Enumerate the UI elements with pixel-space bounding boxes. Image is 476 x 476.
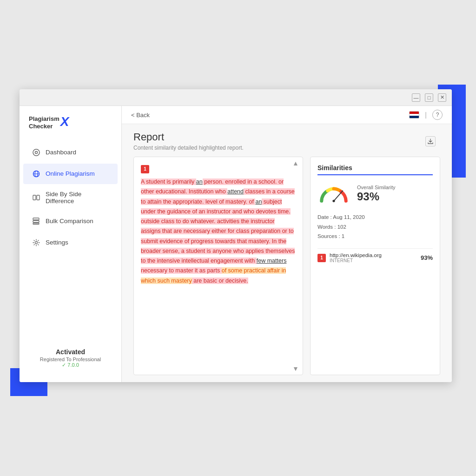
svg-rect-7 [33, 218, 39, 220]
highlight-4: subject under the guidance of an instruc… [141, 198, 295, 264]
highlight-1: A student is primarily [141, 178, 196, 185]
title-bar: — □ ✕ [20, 89, 452, 106]
content-topbar: < Back | ? [122, 106, 452, 124]
svg-rect-6 [37, 195, 40, 200]
underline-3: an [255, 198, 262, 205]
source-type-1: INTERNET [330, 258, 417, 263]
report-panels: ▲ 1 A student is primarily an person. en… [133, 157, 440, 375]
app-window: — □ ✕ Plagiarism Checker X [20, 89, 452, 382]
back-button[interactable]: < Back [131, 112, 150, 119]
sidebar-item-side-by-side[interactable]: Side By Side Difference [23, 185, 118, 210]
svg-line-11 [334, 191, 343, 201]
sources-value: 1 [342, 233, 344, 239]
source-badge-1: 1 [317, 254, 326, 262]
version-label: ✓ 7.0.0 [24, 362, 117, 368]
svg-rect-8 [33, 220, 39, 222]
sidebar-item-settings[interactable]: Settings [23, 232, 118, 253]
source-list: 1 http://en.wikipedia.org INTERNET 93% [317, 248, 433, 267]
words-value: 102 [337, 224, 346, 230]
activated-label: Activated [24, 348, 117, 356]
sidebar-label-bulk-comparison: Bulk Comparison [46, 218, 93, 225]
source-url-1: http://en.wikipedia.org [330, 252, 417, 258]
language-flag[interactable] [409, 111, 419, 119]
svg-point-1 [35, 151, 38, 153]
words-label: Words : [317, 224, 336, 230]
source-item-1[interactable]: 1 http://en.wikipedia.org INTERNET 93% [317, 248, 433, 267]
minimize-button[interactable]: — [412, 93, 420, 102]
svg-rect-9 [33, 223, 39, 225]
topbar-right: | ? [409, 110, 443, 120]
logo-x: X [60, 115, 69, 128]
text-scroll-area[interactable]: 1 A student is primarily an person. enro… [134, 157, 303, 375]
source-percent-1: 93% [421, 254, 433, 261]
logo: Plagiarism Checker X [29, 115, 69, 130]
svg-point-12 [332, 200, 335, 202]
report-title: Report [133, 131, 244, 143]
scroll-up-arrow[interactable]: ▲ [291, 159, 300, 167]
sidebar-item-online-plagiarism[interactable]: Online Plagiarism [23, 164, 118, 184]
bulk-comparison-icon [32, 217, 41, 226]
logo-text-checker: Checker [29, 123, 60, 130]
words-row: Words : 102 [317, 222, 433, 232]
side-by-side-icon [32, 193, 41, 202]
close-button[interactable]: ✕ [438, 93, 446, 102]
registered-label: Registered To Professional [24, 357, 117, 362]
help-button[interactable]: ? [432, 110, 443, 120]
window-controls: — □ ✕ [412, 93, 446, 102]
sources-row: Sources : 1 [317, 231, 433, 241]
sidebar-label-dashboard: Dashboard [46, 149, 76, 156]
maximize-button[interactable]: □ [425, 93, 433, 102]
flag-blue-stripe [410, 116, 419, 118]
highlight-5: necessary to master it as parts [141, 267, 222, 274]
date-label: Date : [317, 214, 332, 220]
underline-4: few matters [257, 258, 287, 264]
divider: | [425, 111, 427, 119]
source-info-1: http://en.wikipedia.org INTERNET [330, 252, 417, 263]
report-subtitle: Content similarity detailed highlighted … [133, 145, 244, 151]
highlight-7: are basic or decisive. [192, 278, 248, 284]
logo-text-plagiarism: Plagiarism [29, 115, 60, 123]
similarities-panel: Similarities [310, 157, 440, 375]
text-panel: ▲ 1 A student is primarily an person. en… [133, 157, 303, 375]
overall-similarity-info: Overall Similarity 93% [357, 185, 433, 203]
online-plagiarism-icon [32, 169, 41, 178]
sidebar-label-settings: Settings [46, 239, 68, 246]
date-value: Aug 11, 2020 [333, 214, 364, 220]
sources-label: Sources : [317, 233, 340, 239]
similarities-title: Similarities [317, 164, 433, 175]
logo-area: Plagiarism Checker X [20, 106, 121, 141]
svg-point-10 [35, 241, 38, 244]
svg-point-0 [33, 149, 40, 156]
report-text: A student is primarily an person. enroll… [141, 177, 296, 286]
svg-rect-5 [33, 195, 36, 200]
overall-percent: 93% [357, 190, 433, 203]
sidebar-label-online-plagiarism: Online Plagiarism [46, 170, 95, 177]
text-number-badge: 1 [141, 165, 149, 173]
nav-menu: Dashboard Online Plagiarism [20, 141, 121, 344]
dashboard-icon [32, 148, 41, 157]
report-header: Report Content similarity detailed highl… [133, 131, 440, 151]
scroll-down-arrow[interactable]: ▼ [291, 365, 300, 372]
underline-2: attend [227, 188, 244, 195]
gauge-container: Overall Similarity 93% [317, 182, 433, 205]
content-body: Report Content similarity detailed highl… [122, 124, 452, 382]
settings-icon [32, 238, 41, 247]
overall-label: Overall Similarity [357, 185, 433, 190]
sidebar-footer: Activated Registered To Professional ✓ 7… [20, 344, 121, 373]
sidebar-item-dashboard[interactable]: Dashboard [23, 142, 118, 163]
date-row: Date : Aug 11, 2020 [317, 212, 433, 222]
sidebar: Plagiarism Checker X [20, 106, 122, 382]
export-button[interactable] [425, 136, 436, 146]
sidebar-label-side-by-side: Side By Side Difference [46, 191, 109, 205]
gauge-chart [317, 182, 350, 205]
main-layout: Plagiarism Checker X [20, 106, 452, 382]
content-area: < Back | ? [122, 106, 452, 382]
underline-1: an [196, 178, 203, 185]
meta-info: Date : Aug 11, 2020 Words : 102 Sources … [317, 212, 433, 241]
sidebar-item-bulk-comparison[interactable]: Bulk Comparison [23, 211, 118, 231]
